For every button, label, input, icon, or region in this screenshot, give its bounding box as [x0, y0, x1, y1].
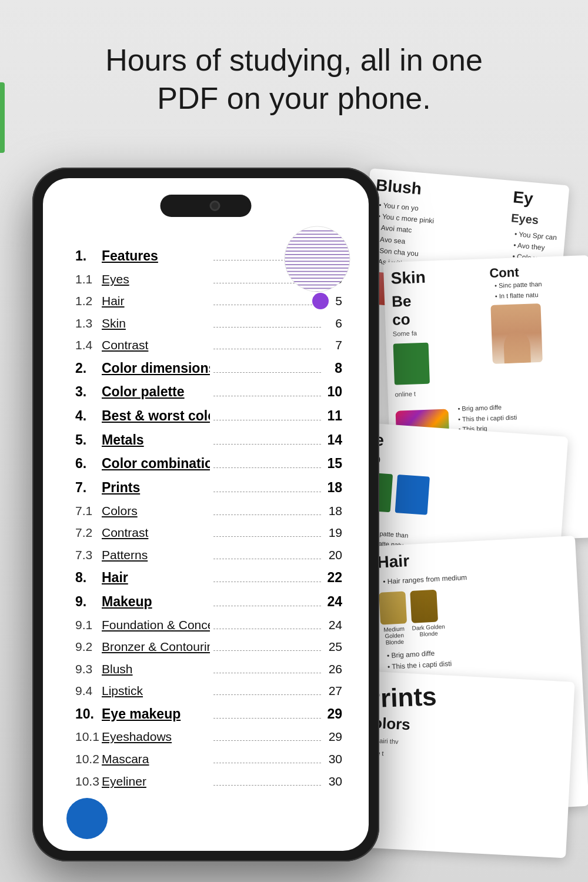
toc-title[interactable]: Patterns: [102, 546, 210, 565]
toc-title[interactable]: Features: [102, 246, 210, 267]
toc-page: 15: [325, 453, 342, 475]
toc-title[interactable]: Foundation & Concealer: [102, 616, 210, 635]
toc-title[interactable]: Prints: [102, 477, 210, 499]
toc-num: 10.1: [75, 727, 102, 747]
toc-dots: [213, 349, 322, 349]
toc-title[interactable]: Skin: [102, 314, 210, 333]
toc-item-color-palette: 3.Color palette10: [75, 382, 342, 403]
toc-item-eyeliner: 10.3Eyeliner30: [75, 772, 342, 791]
page-heading-bestcol: Beco: [361, 430, 561, 481]
toc-num: 9.2: [75, 637, 102, 657]
toc-title[interactable]: Contrast: [102, 336, 210, 355]
toc-num: 4.: [75, 406, 102, 427]
toc-title[interactable]: Hair: [102, 292, 210, 311]
toc-page: 29: [325, 727, 342, 747]
deco-circle: [283, 225, 351, 293]
toc-item-colors: 7.1Colors18: [75, 502, 342, 521]
bg-page-prints: Prints Colors A go nairi thv The t: [348, 671, 574, 858]
toc-page: 19: [325, 523, 342, 543]
toc-item-color-combinations: 6.Color combinations15: [75, 453, 342, 475]
color-swatch-blue: [395, 475, 430, 515]
toc-item-hair: 8.Hair22: [75, 567, 342, 589]
toc-dots: [213, 763, 322, 763]
toc-num: 1.1: [75, 270, 102, 289]
toc-title[interactable]: Metals: [102, 430, 210, 451]
toc-dots: [213, 327, 322, 328]
toc-item-blush: 9.3Blush26: [75, 660, 342, 679]
toc-page: 22: [325, 567, 342, 589]
phone-screen: 1.Features41.1Eyes51.2Hair51.3Skin61.4Co…: [43, 178, 369, 851]
toc-dots: [213, 420, 322, 420]
page-heading-skin: Skin: [390, 266, 484, 288]
toc-title[interactable]: Hair: [102, 567, 210, 589]
toc-dots: [213, 629, 322, 629]
toc-title[interactable]: Eyeshadows: [102, 727, 210, 747]
green-swatch: [393, 342, 430, 385]
toc-page: 11: [325, 406, 342, 427]
toc-dots: [213, 582, 322, 582]
toc-dots: [213, 444, 322, 445]
toc-page: 7: [325, 336, 342, 355]
toc-num: 7.1: [75, 502, 102, 521]
toc-dots: [213, 606, 322, 606]
toc-dots: [213, 492, 322, 492]
toc-dots: [213, 785, 322, 786]
toc-title[interactable]: Makeup: [102, 592, 210, 613]
toc-dots: [213, 536, 322, 537]
toc-dots: [213, 740, 322, 741]
toc-title[interactable]: Mascara: [102, 750, 210, 769]
toc-title[interactable]: Blush: [102, 660, 210, 679]
deco-dot-purple: [312, 293, 329, 309]
toc-title[interactable]: Eyeliner: [102, 772, 210, 791]
toc-num: 10.: [75, 704, 102, 725]
toc-title[interactable]: Eyes: [102, 270, 210, 289]
phone-body: 1.Features41.1Eyes51.2Hair51.3Skin61.4Co…: [32, 168, 379, 861]
toc-num: 10.3: [75, 772, 102, 791]
toc-item-color-dimensions: 2.Color dimensions8: [75, 358, 342, 379]
toc-title[interactable]: Best & worst colors: [102, 406, 210, 427]
person-photo: [490, 303, 542, 364]
toc-dots: [213, 673, 322, 673]
toc-title[interactable]: Color palette: [102, 382, 210, 403]
toc-page: 18: [325, 502, 342, 521]
page-heading-blush: Blush: [375, 176, 437, 200]
toc-dots: [213, 718, 322, 719]
toc-dots: [213, 305, 322, 305]
hair-swatch-dark-golden: [410, 590, 438, 623]
toc-num: 1.2: [75, 292, 102, 311]
toc-title[interactable]: Color combinations: [102, 453, 210, 475]
phone-bottom-circle: [66, 798, 108, 839]
toc-item-contrast: 1.4Contrast7: [75, 336, 342, 355]
toc-page: 20: [325, 546, 342, 565]
toc-num: 5.: [75, 430, 102, 451]
toc-page: 30: [325, 772, 342, 791]
toc-num: 1.3: [75, 314, 102, 333]
toc-page: 25: [325, 637, 342, 657]
toc-page: 24: [325, 592, 342, 613]
toc-title[interactable]: Eye makeup: [102, 704, 210, 725]
toc-num: 10.2: [75, 750, 102, 769]
toc-num: 9.3: [75, 660, 102, 679]
toc-title[interactable]: Bronzer & Contouring: [102, 637, 210, 657]
toc-item-makeup: 9.Makeup24: [75, 592, 342, 613]
toc-title[interactable]: Color dimensions: [102, 358, 210, 379]
toc-page: 8: [325, 358, 342, 379]
toc-title[interactable]: Lipstick: [102, 681, 210, 701]
phone: 1.Features41.1Eyes51.2Hair51.3Skin61.4Co…: [32, 168, 379, 864]
toc-item-metals: 5.Metals14: [75, 430, 342, 451]
toc-num: 3.: [75, 382, 102, 403]
toc-num: 7.2: [75, 523, 102, 543]
toc-item-contrast: 7.2Contrast19: [75, 523, 342, 543]
toc-item-mascara: 10.2Mascara30: [75, 750, 342, 769]
toc-item-patterns: 7.3Patterns20: [75, 546, 342, 565]
toc-item-hair: 1.2Hair5: [75, 292, 342, 311]
toc-page: 24: [325, 616, 342, 635]
phone-notch: [161, 195, 252, 217]
toc-num: 7.3: [75, 546, 102, 565]
toc-dots: [213, 372, 322, 373]
camera-lens: [209, 201, 220, 211]
toc-title[interactable]: Colors: [102, 502, 210, 521]
toc-title[interactable]: Contrast: [102, 523, 210, 543]
toc-item-eye-makeup: 10.Eye makeup29: [75, 704, 342, 725]
toc-num: 8.: [75, 567, 102, 589]
